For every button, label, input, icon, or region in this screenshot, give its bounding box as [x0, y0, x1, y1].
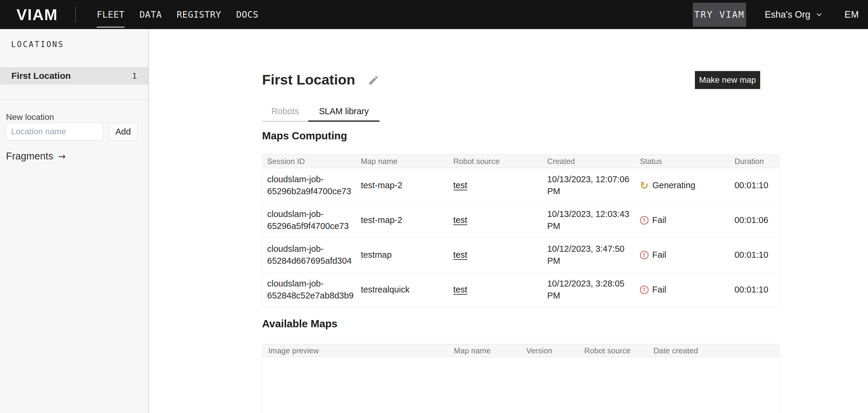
- maps-computing-header: Session ID Map name Robot source Created…: [262, 154, 779, 168]
- robot-source-cell: test: [448, 285, 542, 295]
- session-id-cell: cloudslam-job-65296b2a9f4700ce73: [262, 174, 356, 197]
- page-title: First Location: [262, 71, 355, 88]
- session-id: cloudslam-job-652848c52e7ab8d3b9: [267, 279, 354, 300]
- robot-source-link[interactable]: test: [453, 180, 467, 190]
- duration-cell: 00:01:10: [730, 285, 779, 295]
- robot-source-cell: test: [448, 250, 542, 260]
- location-name: First Location: [11, 71, 71, 81]
- locations-sidebar: LOCATIONS First Location 1 New location …: [0, 29, 149, 413]
- location-count-badge: 1: [132, 71, 137, 81]
- fragments-label: Fragments: [6, 150, 53, 162]
- map-name-cell: testrealquick: [356, 285, 449, 295]
- page-title-row: First Location: [262, 71, 379, 88]
- status-cell: ↻Generating: [635, 180, 730, 190]
- fail-alert-icon: !: [640, 251, 648, 259]
- maps-computing-heading: Maps Computing: [262, 130, 347, 142]
- status-cell: !Fail: [635, 215, 730, 225]
- sidebar-item-first-location[interactable]: First Location 1: [0, 67, 148, 85]
- status-label: Generating: [652, 180, 695, 190]
- created-cell: 10/13/2023, 12:03:43 PM: [542, 208, 635, 232]
- maps-computing-rows: cloudslam-job-65296b2a9f4700ce73test-map…: [262, 168, 779, 307]
- nav-item-docs[interactable]: DOCS: [236, 7, 258, 22]
- created-timestamp: 10/13/2023, 12:03:43 PM: [547, 208, 631, 232]
- new-location-label: New location: [6, 112, 54, 122]
- chevron-down-icon: [815, 11, 823, 19]
- created-timestamp: 10/13/2023, 12:07:06 PM: [547, 174, 631, 197]
- column-header-created: Created: [542, 157, 635, 166]
- status-cell: !Fail: [635, 285, 730, 295]
- column-header-am-robot-source: Robot source: [580, 346, 649, 355]
- created-cell: 10/12/2023, 3:47:50 PM: [542, 243, 635, 266]
- available-maps-heading: Available Maps: [262, 318, 338, 330]
- duration-cell: 00:01:10: [730, 250, 779, 260]
- maps-computing-table: Session ID Map name Robot source Created…: [262, 154, 780, 307]
- viam-app: VIAM FLEET DATA REGISTRY DOCS TRY VIAM E…: [0, 0, 868, 413]
- created-timestamp: 10/12/2023, 3:47:50 PM: [547, 243, 631, 266]
- org-name: Esha's Org: [765, 9, 810, 20]
- session-id: cloudslam-job-65296a5f9f4700ce73: [267, 209, 349, 231]
- status-label: Fail: [652, 285, 666, 295]
- robot-source-link[interactable]: test: [453, 215, 467, 225]
- session-id-cell: cloudslam-job-652848c52e7ab8d3b9: [262, 278, 356, 301]
- fail-alert-icon: !: [640, 216, 648, 225]
- column-header-date-created: Date created: [649, 346, 779, 355]
- session-id: cloudslam-job-65284d667695afd304: [267, 244, 352, 265]
- created-timestamp: 10/12/2023, 3:28:05 PM: [547, 278, 631, 301]
- available-maps-table: Image preview Map name Version Robot sou…: [262, 344, 780, 413]
- available-maps-header: Image preview Map name Version Robot sou…: [262, 344, 779, 357]
- arrow-right-icon: →: [58, 151, 66, 161]
- top-nav-right: TRY VIAM Esha's Org EM: [693, 3, 868, 27]
- org-switcher[interactable]: Esha's Org: [765, 9, 823, 20]
- column-header-robot-source: Robot source: [448, 157, 542, 166]
- table-row: cloudslam-job-652848c52e7ab8d3b9testreal…: [262, 272, 779, 307]
- column-header-am-map-name: Map name: [449, 346, 522, 355]
- session-id: cloudslam-job-65296b2a9f4700ce73: [267, 174, 351, 196]
- column-header-image-preview: Image preview: [262, 346, 449, 355]
- status-label: Fail: [652, 250, 666, 260]
- created-cell: 10/12/2023, 3:28:05 PM: [542, 278, 635, 301]
- sidebar-heading: LOCATIONS: [11, 40, 64, 49]
- nav-items: FLEET DATA REGISTRY DOCS: [97, 7, 258, 22]
- user-menu-initials[interactable]: EM: [845, 9, 859, 20]
- duration-cell: 00:01:06: [730, 215, 779, 225]
- add-location-button[interactable]: Add: [109, 123, 137, 140]
- map-name-cell: testmap: [356, 250, 449, 260]
- nav-item-fleet[interactable]: FLEET: [97, 7, 125, 22]
- session-id-cell: cloudslam-job-65284d667695afd304: [262, 243, 356, 266]
- tab-robots[interactable]: Robots: [262, 102, 308, 121]
- robot-source-cell: test: [448, 215, 542, 225]
- duration-cell: 00:01:10: [730, 180, 779, 190]
- generating-refresh-icon: ↻: [640, 180, 649, 190]
- column-header-session-id: Session ID: [262, 157, 356, 166]
- map-name-cell: test-map-2: [356, 180, 449, 190]
- map-name-cell: test-map-2: [356, 215, 449, 225]
- make-new-map-button[interactable]: Make new map: [695, 71, 760, 89]
- new-location-input[interactable]: [6, 123, 103, 140]
- table-row: cloudslam-job-65284d667695afd304testmapt…: [262, 238, 779, 272]
- nav-divider: [75, 6, 76, 23]
- column-header-status: Status: [635, 157, 730, 166]
- column-header-map-name: Map name: [356, 157, 449, 166]
- robot-source-cell: test: [448, 180, 542, 190]
- table-row: cloudslam-job-65296b2a9f4700ce73test-map…: [262, 168, 779, 203]
- location-tabs: Robots SLAM library: [262, 102, 379, 122]
- edit-pencil-icon[interactable]: [368, 75, 379, 86]
- robot-source-link[interactable]: test: [453, 285, 467, 294]
- status-label: Fail: [652, 215, 666, 225]
- status-cell: !Fail: [635, 250, 730, 260]
- robot-source-link[interactable]: test: [453, 250, 467, 260]
- column-header-version: Version: [522, 346, 580, 355]
- table-row: cloudslam-job-65296a5f9f4700ce73test-map…: [262, 203, 779, 238]
- column-header-duration: Duration: [730, 157, 779, 166]
- nav-item-registry[interactable]: REGISTRY: [177, 7, 221, 22]
- available-maps-empty-body: [262, 357, 779, 413]
- viam-logo[interactable]: VIAM: [17, 6, 58, 24]
- tab-slam-library[interactable]: SLAM library: [308, 102, 379, 121]
- session-id-cell: cloudslam-job-65296a5f9f4700ce73: [262, 208, 356, 232]
- top-nav: VIAM FLEET DATA REGISTRY DOCS TRY VIAM E…: [0, 0, 868, 29]
- try-viam-button[interactable]: TRY VIAM: [693, 3, 746, 27]
- created-cell: 10/13/2023, 12:07:06 PM: [542, 174, 635, 197]
- fragments-link[interactable]: Fragments →: [6, 150, 66, 162]
- fail-alert-icon: !: [640, 286, 648, 294]
- nav-item-data[interactable]: DATA: [140, 7, 162, 22]
